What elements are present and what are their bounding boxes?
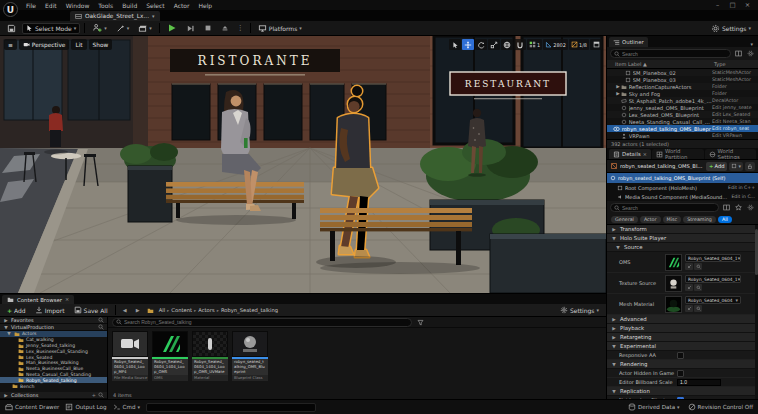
add-collection-icon[interactable]: + — [92, 392, 96, 398]
component-row-media-sound[interactable]: Media Sound Component (MediaSoundCompone… — [607, 192, 758, 201]
menu-help[interactable]: Help — [199, 2, 213, 9]
search-icon[interactable] — [98, 324, 104, 330]
filter-all[interactable]: All — [718, 216, 732, 223]
filter-general[interactable]: General — [611, 216, 638, 223]
column-item-label[interactable]: Item Label — [615, 61, 641, 67]
cmd-dropdown[interactable]: Cmd ▾ — [113, 403, 140, 411]
eye-icon[interactable] — [613, 126, 620, 132]
outliner-row[interactable]: VRPawnEdit VRPawn — [607, 132, 758, 139]
details-lock-button[interactable] — [745, 162, 755, 171]
restaurant-sign[interactable]: RESTAURANT — [450, 72, 566, 99]
close-button[interactable]: × — [741, 1, 754, 9]
outliner-row[interactable]: ▶ ReflectionCaptureActorsFolder — [607, 83, 758, 90]
outliner-settings-button[interactable] — [745, 49, 755, 59]
virtual-production-header[interactable]: ▼ VirtualProduction — [0, 324, 107, 331]
building-left-cafe[interactable] — [0, 36, 148, 156]
breadcrumb-all[interactable]: All — [159, 307, 165, 313]
viewport[interactable]: RISTORANTE — [0, 36, 606, 293]
details-settings-button[interactable] — [745, 203, 755, 213]
cinematics-dropdown[interactable]: ▾ — [135, 23, 155, 34]
surface-snapping-button[interactable] — [514, 39, 526, 50]
details-search-input[interactable] — [622, 205, 715, 211]
section-transform[interactable]: ▶Transform — [607, 225, 758, 234]
outliner-search-input[interactable] — [622, 51, 727, 57]
breadcrumb-actors[interactable]: Actors — [194, 307, 215, 313]
outliner-row[interactable]: SM_Planebox_02StaticMeshActor — [607, 69, 758, 76]
component-row-self-selected[interactable]: robyn_seated_talking_OMS_Blueprint (Self… — [607, 173, 758, 183]
asset-filter-button[interactable] — [415, 317, 425, 327]
asset-tile-mp4[interactable]: Robyn_Seated_0604_1404_Loop_MP4 File Med… — [112, 331, 148, 381]
details-favorites-button[interactable] — [733, 203, 743, 213]
show-dropdown[interactable]: Show — [89, 39, 113, 50]
responsive-aa-checkbox[interactable] — [677, 352, 684, 359]
collections-header[interactable]: ▶ Collections + — [0, 392, 107, 399]
cb-save-all-button[interactable]: Save All — [71, 305, 111, 316]
asset-tile-blueprint[interactable]: robyn_seated_talking_OMS_Blueprint Bluep… — [232, 331, 268, 381]
level-tab[interactable]: OakGlade_Street_Lx... ▾ — [70, 11, 160, 21]
cb-add-button[interactable]: +Add — [4, 305, 29, 316]
texture-asset-thumbnail[interactable] — [665, 275, 682, 292]
save-button[interactable] — [4, 23, 19, 34]
outliner-search[interactable] — [610, 49, 731, 58]
outliner-row[interactable]: Neeta_Standing_Casual_Call_BluepEdit Nee… — [607, 118, 758, 125]
cb-import-button[interactable]: Import — [32, 305, 68, 316]
perspective-dropdown[interactable]: Perspective — [19, 39, 70, 50]
output-log-button[interactable]: Output Log — [65, 403, 106, 411]
console-command-input[interactable] — [146, 403, 316, 412]
revision-control-button[interactable]: Revision Control Off — [688, 403, 753, 411]
cb-path-history-button[interactable] — [146, 305, 156, 315]
select-mode-dropdown[interactable]: Select Mode ▾ — [22, 23, 80, 34]
section-holo-suite-player[interactable]: ▼Holo Suite Player — [607, 234, 758, 243]
use-selected-asset-button[interactable] — [685, 305, 693, 312]
details-view-options-button[interactable] — [721, 203, 731, 213]
tab-details[interactable]: Details × — [609, 149, 651, 159]
use-selected-asset-button[interactable] — [685, 284, 693, 291]
browse-to-asset-button[interactable] — [694, 263, 702, 270]
cb-settings-dropdown[interactable]: Settings ▾ — [557, 305, 602, 316]
move-tool-button[interactable] — [462, 39, 474, 50]
favorites-header[interactable]: ▶ Favorites — [0, 317, 107, 324]
edit-in-cpp-link[interactable]: Edit in C... — [731, 194, 755, 199]
breadcrumb-current-folder[interactable]: Robyn_Seated_talking — [217, 307, 279, 313]
frame-skip-button[interactable] — [183, 23, 198, 34]
menu-select[interactable]: Select — [146, 2, 165, 9]
building-restaurant[interactable]: RESTAURANT — [430, 36, 606, 162]
column-type[interactable]: Type — [714, 61, 758, 67]
oms-asset-thumbnail[interactable] — [665, 254, 682, 271]
section-advanced[interactable]: ▶Advanced — [607, 315, 758, 324]
component-row-root[interactable]: Root Component (HoloMesh) Edit in C++ — [607, 183, 758, 192]
scale-snap-control[interactable]: 1/8 — [569, 39, 589, 50]
rotation-snap-control[interactable]: 2802 — [543, 39, 568, 50]
rotate-tool-button[interactable] — [475, 39, 487, 50]
oms-asset-select[interactable]: Robyn_Seated_0604_1▾ — [685, 254, 741, 262]
world-coordinate-button[interactable] — [501, 39, 513, 50]
edit-in-cpp-link[interactable]: Edit in C++ — [728, 185, 755, 190]
derived-data-button[interactable]: Derived Data ▾ — [628, 403, 680, 411]
search-icon[interactable] — [98, 317, 104, 323]
section-retargeting[interactable]: ▶Retargeting — [607, 333, 758, 342]
menu-edit[interactable]: Edit — [45, 2, 57, 9]
outliner-row[interactable]: SM_Planebox_03StaticMeshActor — [607, 76, 758, 83]
blueprint-edit-dropdown[interactable]: ▾ — [729, 162, 743, 171]
outliner-row[interactable]: ▶ Sky and FogFolder — [607, 90, 758, 97]
play-button[interactable] — [164, 23, 180, 34]
content-drawer-button[interactable]: Content Drawer — [5, 403, 59, 411]
section-playback[interactable]: ▶Playback — [607, 324, 758, 333]
outliner-row[interactable]: Lex_Seated_OMS_BlueprintEdit Lex_Seated — [607, 111, 758, 118]
asset-search[interactable] — [112, 318, 412, 327]
close-icon[interactable]: × — [643, 152, 647, 157]
section-source[interactable]: ▼Source — [607, 243, 758, 252]
breadcrumb-content[interactable]: Content — [167, 307, 192, 313]
menu-file[interactable]: File — [26, 2, 36, 9]
tab-content-browser[interactable]: Content Browser × — [2, 295, 74, 304]
maximize-button[interactable]: □ — [726, 1, 739, 9]
select-tool-button[interactable] — [449, 39, 461, 50]
cb-forward-button[interactable]: ▶ — [133, 305, 143, 315]
stop-button[interactable] — [201, 23, 215, 34]
add-actor-dropdown[interactable]: ▾ — [89, 23, 110, 34]
section-replication[interactable]: ▼Replication — [607, 387, 758, 396]
filter-streaming[interactable]: Streaming — [683, 216, 716, 223]
outliner-header[interactable]: Item Label ▲ Type — [607, 60, 758, 69]
menu-tools[interactable]: Tools — [98, 2, 113, 9]
material-asset-select[interactable]: Robyn_Seated_0604▾ — [685, 296, 741, 304]
